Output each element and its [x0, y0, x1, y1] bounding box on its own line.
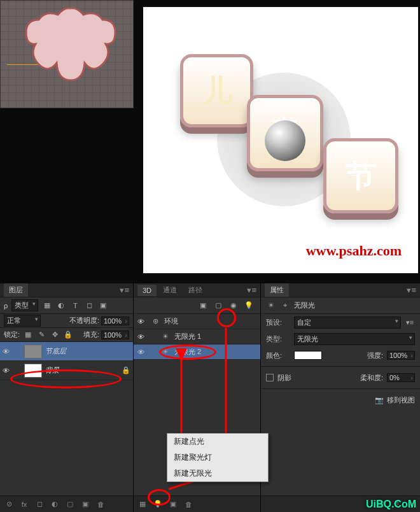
menu-new-infinite-light[interactable]: 新建无限光 — [167, 466, 268, 481]
mask-icon[interactable]: ◻ — [34, 499, 45, 509]
shadow-checkbox[interactable] — [266, 374, 274, 381]
new-item-icon[interactable]: ▣ — [168, 499, 178, 509]
thumb-shape — [20, 7, 122, 96]
trash-icon[interactable]: 🗑 — [183, 499, 193, 509]
panels: 图层 ▾≡ ρ 类型 ▦ ◐ T ◻ ▣ 正常 不透明度: 100% 锁定: ▦… — [0, 283, 420, 512]
opacity-label: 不透明度: — [69, 316, 99, 325]
shadow-label: 阴影 — [277, 373, 291, 383]
layers-footer: ⊘ fx ◻ ◐ ▢ ▣ 🗑 — [0, 495, 133, 512]
visibility-icon[interactable]: 👁 — [3, 367, 11, 374]
type-label: 类型: — [266, 334, 290, 344]
layer-item[interactable]: 👁 背景 🔒 — [0, 361, 133, 380]
visibility-icon[interactable]: 👁 — [3, 348, 11, 355]
layer-thumb — [24, 364, 42, 378]
render-icon[interactable]: ▦ — [137, 499, 148, 509]
lock-pos-icon[interactable]: ✥ — [50, 330, 60, 340]
filter-scene-icon[interactable]: ▣ — [198, 301, 208, 311]
props-title-row: ☀ ⌖ 无限光 — [261, 297, 420, 314]
layer-thumb — [24, 345, 42, 359]
filter-pixel-icon[interactable]: ▦ — [42, 301, 52, 311]
lock-paint-icon[interactable]: ✎ — [36, 330, 46, 340]
move-to-view-button[interactable]: 📷 移到视图 — [375, 395, 415, 405]
render-viewport[interactable]: 儿 童 节 www.psahz.com — [143, 7, 418, 273]
light-widget-sphere[interactable] — [265, 120, 305, 161]
tab-properties[interactable]: 属性 — [265, 283, 289, 297]
softness-input[interactable]: 0% — [387, 373, 415, 382]
tab-channels[interactable]: 通道 — [158, 283, 182, 297]
layer-item[interactable]: 👁 节底层 — [0, 342, 133, 361]
lock-trans-icon[interactable]: ▦ — [23, 330, 33, 340]
opacity-input[interactable]: 100% — [101, 316, 129, 325]
new-layer-icon[interactable]: ▣ — [80, 499, 90, 509]
adjust-icon[interactable]: ◐ — [50, 499, 60, 509]
props-title: 无限光 — [294, 301, 315, 310]
lock-all-icon[interactable]: 🔒 — [63, 330, 73, 340]
intensity-label: 强度: — [367, 351, 383, 360]
panel-menu-icon[interactable]: ▾≡ — [120, 285, 129, 295]
visibility-icon[interactable]: 👁 — [137, 318, 146, 325]
render-canvas: 儿 童 节 www.psahz.com — [148, 12, 413, 268]
3d-item-light-1[interactable]: 👁 ☀ 无限光 1 — [134, 329, 260, 345]
filter-shape-icon[interactable]: ◻ — [84, 301, 94, 311]
menu-new-point-light[interactable]: 新建点光 — [167, 434, 268, 450]
new-light-icon[interactable]: 💡 — [153, 499, 163, 509]
layers-tabs: 图层 ▾≡ — [0, 283, 133, 297]
group-icon[interactable]: ▢ — [65, 499, 75, 509]
type-row: 类型: 无限光 — [261, 331, 420, 347]
context-menu: 新建点光 新建聚光灯 新建无限光 — [167, 433, 269, 482]
camera-icon: 📷 — [375, 396, 384, 404]
bottom-watermark: UiBQ.CoM — [366, 499, 416, 510]
trash-icon[interactable]: 🗑 — [95, 499, 106, 509]
layer-filter-row: ρ 类型 ▦ ◐ T ◻ ▣ — [0, 297, 133, 314]
filter-mesh-icon[interactable]: ▢ — [213, 301, 223, 311]
layer-name[interactable]: 背景 — [45, 366, 118, 375]
tab-paths[interactable]: 路径 — [183, 283, 207, 297]
preset-menu-icon[interactable]: ▾≡ — [405, 317, 415, 327]
layer-name[interactable]: 节底层 — [45, 346, 130, 356]
filter-material-icon[interactable]: ◉ — [228, 301, 239, 311]
tab-3d[interactable]: 3D — [137, 285, 157, 296]
filter-adjust-icon[interactable]: ◐ — [56, 301, 66, 311]
fill-input[interactable]: 100% — [101, 331, 129, 339]
coords-icon[interactable]: ⌖ — [280, 301, 290, 311]
grid-thumbnail[interactable] — [0, 0, 134, 108]
shadow-row: 阴影 柔和度: 0% — [261, 369, 420, 386]
3d-panel: 3D 通道 路径 ▾≡ ▣ ▢ ◉ 💡 👁 ⊛ 环境 👁 ☀ 无限光 1 👁 ☀… — [134, 283, 261, 512]
3d-filter-row: ▣ ▢ ◉ 💡 — [134, 297, 260, 314]
3d-item-label: 无限光 2 — [174, 347, 201, 357]
separator — [261, 366, 420, 367]
props-tabs: 属性 ▾≡ — [261, 283, 420, 297]
blend-mode-dropdown[interactable]: 正常 — [4, 315, 41, 327]
color-swatch[interactable] — [294, 351, 322, 360]
sun-icon: ☀ — [266, 301, 276, 311]
link-icon[interactable]: ⊘ — [4, 499, 14, 509]
watermark: www.psahz.com — [306, 243, 402, 259]
filter-smart-icon[interactable]: ▣ — [98, 301, 108, 311]
fx-icon[interactable]: fx — [19, 499, 29, 509]
color-row: 颜色: 强度: 100% — [261, 347, 420, 364]
3d-tabs: 3D 通道 路径 ▾≡ — [134, 283, 260, 297]
preset-dropdown[interactable]: 自定 — [294, 316, 401, 329]
layers-panel: 图层 ▾≡ ρ 类型 ▦ ◐ T ◻ ▣ 正常 不透明度: 100% 锁定: ▦… — [0, 283, 134, 512]
3d-item-light-2[interactable]: 👁 ☀ 无限光 2 — [134, 345, 260, 360]
blend-row: 正常 不透明度: 100% — [0, 314, 133, 328]
intensity-input[interactable]: 100% — [387, 351, 415, 360]
preview-area: 儿 童 节 www.psahz.com — [0, 0, 420, 283]
panel-menu-icon[interactable]: ▾≡ — [407, 285, 416, 295]
sun-icon: ☀ — [160, 347, 171, 357]
3d-item-label: 无限光 1 — [174, 332, 201, 341]
3d-item-environment[interactable]: 👁 ⊛ 环境 — [134, 314, 260, 329]
visibility-icon[interactable]: 👁 — [137, 348, 146, 356]
filter-dropdown[interactable]: 类型 — [11, 299, 38, 311]
glyph-1: 儿 — [180, 54, 253, 127]
preset-label: 预设: — [266, 318, 290, 327]
filter-light-icon[interactable]: 💡 — [244, 301, 254, 311]
tab-layers[interactable]: 图层 — [4, 283, 28, 297]
lock-row: 锁定: ▦ ✎ ✥ 🔒 填充: 100% — [0, 328, 133, 342]
visibility-icon[interactable]: 👁 — [137, 333, 146, 341]
type-dropdown[interactable]: 无限光 — [294, 333, 415, 345]
panel-menu-icon[interactable]: ▾≡ — [247, 285, 256, 295]
preset-row: 预设: 自定 ▾≡ — [261, 314, 420, 331]
filter-type-icon[interactable]: T — [70, 301, 80, 311]
menu-new-spot-light[interactable]: 新建聚光灯 — [167, 450, 268, 466]
